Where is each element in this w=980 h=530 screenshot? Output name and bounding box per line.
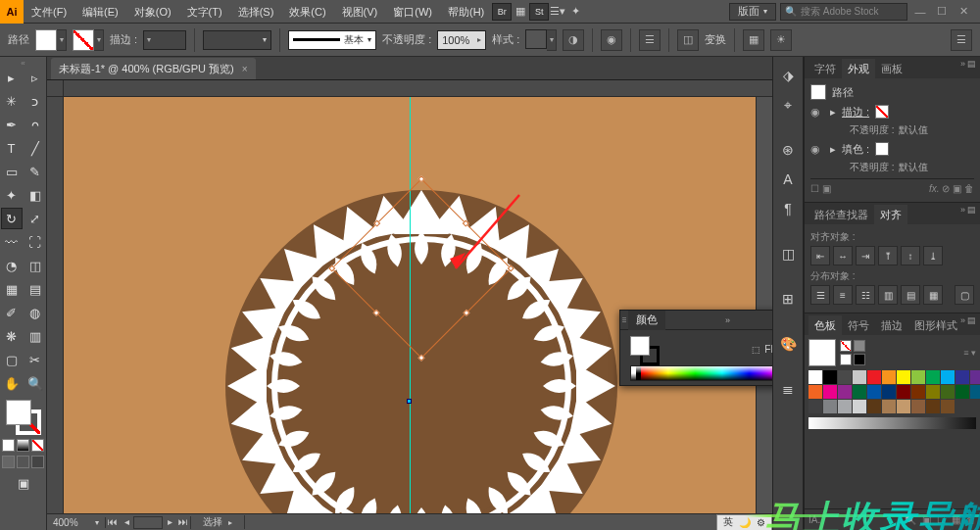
arrange-documents-icon[interactable]: ▦ [512, 3, 529, 21]
width-tool[interactable]: 〰 [1, 231, 23, 253]
status-mode-label[interactable]: 选择▸ [191, 515, 245, 529]
menu-type[interactable]: 文字(T) [179, 0, 230, 24]
mesh-tool[interactable]: ▦ [1, 278, 23, 300]
close-tab-icon[interactable]: × [242, 64, 248, 74]
swatch-options-icon[interactable]: ▦ [952, 514, 960, 525]
screen-mode-icon[interactable]: ▣ [13, 472, 34, 494]
swatch-color[interactable] [926, 370, 940, 384]
swatch-color[interactable] [882, 385, 896, 399]
fill-stroke-indicator[interactable] [6, 400, 41, 435]
color-panel-tab[interactable]: 颜色 [628, 311, 665, 330]
align-left-icon[interactable]: ⇤ [810, 246, 830, 265]
align-to-icon[interactable]: ▢ [955, 285, 974, 305]
appearance-stroke-label[interactable]: 描边 : [842, 105, 869, 120]
swatch-color[interactable] [956, 385, 969, 399]
search-stock-input[interactable]: 🔍搜索 Adobe Stock [780, 3, 907, 21]
swatch-color[interactable] [853, 385, 866, 399]
free-transform-tool[interactable]: ⛶ [24, 231, 46, 253]
shaper-tool[interactable]: ✦ [1, 184, 23, 206]
rotate-tool[interactable]: ↻ [1, 208, 23, 229]
style-dropdown-icon[interactable]: ▾ [547, 29, 557, 51]
align-icon[interactable]: ☰ [639, 29, 661, 51]
tab-artboards[interactable]: 画板 [875, 59, 908, 78]
appearance-fill-swatch[interactable] [875, 142, 889, 156]
vertical-scrollbar[interactable] [756, 97, 772, 513]
menu-edit[interactable]: 编辑(E) [74, 0, 126, 24]
eyedropper-tool[interactable]: ✐ [1, 302, 23, 323]
menu-window[interactable]: 窗口(W) [385, 0, 440, 24]
swatches-fill-indicator[interactable] [808, 339, 836, 366]
dock-layers-icon[interactable]: ≣ [775, 376, 801, 402]
stroke-swatch[interactable] [73, 29, 94, 51]
brush-style-field[interactable]: 基本▾ [288, 30, 376, 50]
minimize-icon[interactable]: — [911, 3, 929, 21]
zoom-level-field[interactable]: 400%▾ [47, 517, 106, 528]
menu-effect[interactable]: 效果(C) [281, 0, 333, 24]
isolate-icon[interactable]: ▦ [743, 29, 764, 51]
dock-brushes-icon[interactable]: ⊛ [775, 137, 801, 163]
rgb-icon[interactable]: ☀ [770, 29, 792, 51]
appearance-icon[interactable]: ◑ [563, 29, 584, 51]
bridge-icon[interactable]: Br [492, 3, 512, 21]
distribute-bottom-icon[interactable]: ☷ [856, 285, 875, 305]
swatch-color[interactable] [897, 370, 910, 384]
zoom-tool[interactable]: 🔍 [24, 372, 46, 394]
swatch-none[interactable] [840, 340, 852, 352]
swatch-color[interactable] [970, 385, 980, 399]
swatch-color[interactable] [838, 400, 852, 413]
dock-color-icon[interactable]: 🎨 [775, 331, 801, 357]
swatch-color[interactable] [838, 370, 852, 384]
perspective-tool[interactable]: ◫ [24, 255, 46, 276]
swatch-color[interactable] [823, 400, 837, 413]
swatch-color[interactable] [956, 370, 969, 384]
color-mode-icon[interactable] [2, 439, 15, 452]
line-tool[interactable]: ╱ [24, 137, 46, 159]
blend-tool[interactable]: ◍ [24, 302, 46, 323]
tab-appearance[interactable]: 外观 [842, 59, 875, 78]
tab-stroke[interactable]: 描边 [875, 315, 908, 335]
dock-paragraph-icon[interactable]: ¶ [775, 196, 801, 221]
vertical-guide[interactable] [410, 97, 411, 513]
document-tab[interactable]: 未标题-1* @ 400% (RGB/GPU 预览) × [51, 58, 256, 79]
canvas[interactable]: // build the white starburst ring via JS… [64, 97, 756, 513]
draw-inside-icon[interactable] [31, 456, 44, 468]
swatch-color[interactable] [838, 385, 852, 399]
tab-pathfinder[interactable]: 路径查找器 [808, 205, 874, 224]
swatch-color[interactable] [897, 400, 910, 413]
lasso-tool[interactable]: ɔ [24, 90, 46, 112]
trash-icon[interactable]: 🗑 [966, 514, 976, 525]
swatch-filter-icon[interactable]: ≡ ▾ [963, 348, 976, 358]
stroke-opacity-label[interactable]: 不透明度 : [850, 123, 895, 137]
dock-properties-icon[interactable]: ⬗ [775, 63, 801, 88]
panel-collapse-icon[interactable]: » [960, 205, 965, 215]
hex-value[interactable]: FFFFFF [752, 344, 772, 355]
menu-select[interactable]: 选择(S) [230, 0, 282, 24]
swatch-color[interactable] [867, 385, 881, 399]
swatch-color[interactable] [882, 370, 896, 384]
swatch-registration[interactable] [854, 340, 865, 352]
rectangle-tool[interactable]: ▭ [1, 161, 23, 182]
swatch-white[interactable] [840, 354, 852, 365]
stroke-weight-field[interactable] [143, 30, 186, 50]
panel-menu-icon[interactable]: ▤ [967, 205, 976, 215]
distribute-left-icon[interactable]: ▥ [878, 285, 898, 305]
swatch-color[interactable] [823, 370, 837, 384]
visibility-icon[interactable]: ◉ [810, 143, 824, 156]
color-panel[interactable]: 颜色 » ▤ FFFFFF [619, 310, 772, 386]
dock-transform-icon[interactable]: ⊞ [775, 286, 801, 312]
opacity-field[interactable]: 100% [437, 30, 486, 50]
new-art-toggle-icon[interactable]: ☐ ▣ [810, 183, 831, 194]
rotation-anchor[interactable] [407, 399, 412, 404]
recolor-icon[interactable]: ◉ [601, 29, 622, 51]
fill-swatch[interactable] [35, 29, 57, 51]
eraser-tool[interactable]: ◧ [24, 184, 46, 206]
color-panel-swatches[interactable] [630, 336, 660, 365]
appearance-fill-label[interactable]: 填色 : [842, 142, 869, 157]
options-icon[interactable]: ☰ [951, 29, 972, 51]
swatch-color[interactable] [897, 385, 910, 399]
fill-dropdown-icon[interactable]: ▾ [57, 29, 67, 51]
symbol-sprayer-tool[interactable]: ❋ [1, 325, 23, 347]
swatch-color[interactable] [926, 400, 940, 413]
type-tool[interactable]: T [1, 137, 23, 159]
swatch-color[interactable] [808, 370, 822, 384]
